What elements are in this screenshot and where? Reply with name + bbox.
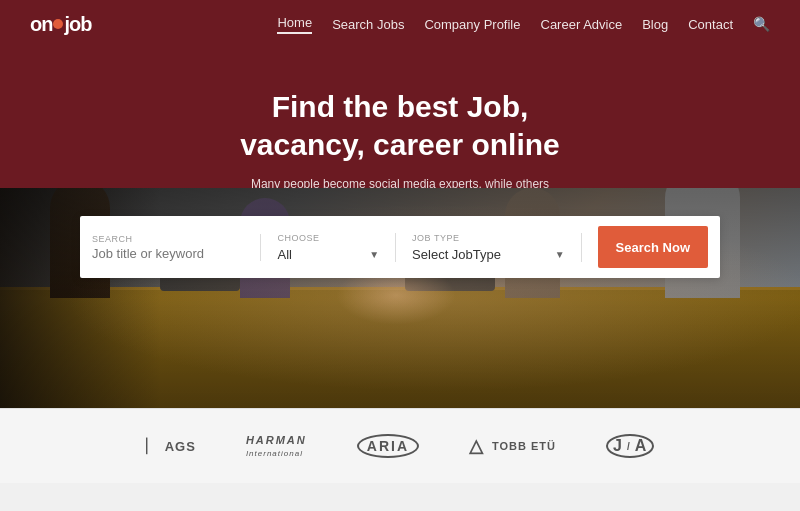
nav-career-advice[interactable]: Career Advice <box>541 17 623 32</box>
logo-dot <box>53 19 63 29</box>
nav-contact[interactable]: Contact <box>688 17 733 32</box>
search-icon[interactable]: 🔍 <box>753 16 770 32</box>
search-label: SEARCH <box>92 234 244 244</box>
main-nav: Home Search Jobs Company Profile Career … <box>277 15 770 34</box>
chevron-down-icon: ▼ <box>369 249 379 260</box>
logo-text-job: job <box>64 13 91 36</box>
search-input[interactable] <box>92 246 244 261</box>
hero-headline: Find the best Job, vacancy, career onlin… <box>20 88 780 163</box>
brand-ags: ⎸ AGS <box>146 437 196 455</box>
nav-blog[interactable]: Blog <box>642 17 668 32</box>
jobtype-select[interactable]: Select JobType ▼ <box>412 247 564 262</box>
header: on job Home Search Jobs Company Profile … <box>0 0 800 48</box>
brand-ja: J/A <box>606 434 654 458</box>
jobtype-label: JOB TYPE <box>412 233 564 243</box>
search-field: SEARCH <box>92 234 261 261</box>
search-bar-container: SEARCH CHOOSE All ▼ JOB TYPE Select JobT… <box>80 216 720 278</box>
jobtype-field: JOB TYPE Select JobType ▼ <box>412 233 581 262</box>
hero-section: Find the best Job, vacancy, career onlin… <box>0 48 800 248</box>
jobtype-value: Select JobType <box>412 247 501 262</box>
jobtype-chevron-icon: ▼ <box>555 249 565 260</box>
choose-select[interactable]: All ▼ <box>277 247 379 262</box>
ags-lines-icon: ⎸ <box>146 437 161 455</box>
brands-section: ⎸ AGS HARMANInternational ARIA △ TOBB ET… <box>0 408 800 483</box>
choose-field: CHOOSE All ▼ <box>277 233 396 262</box>
search-now-button[interactable]: Search Now <box>598 226 708 268</box>
nav-search-jobs[interactable]: Search Jobs <box>332 17 404 32</box>
logo-text-on: on <box>30 13 52 36</box>
search-bar: SEARCH CHOOSE All ▼ JOB TYPE Select JobT… <box>80 216 720 278</box>
brand-harman: HARMANInternational <box>246 434 307 458</box>
logo[interactable]: on job <box>30 13 91 36</box>
brand-aria: ARIA <box>357 434 419 458</box>
choose-value: All <box>277 247 291 262</box>
nav-company-profile[interactable]: Company Profile <box>424 17 520 32</box>
choose-label: CHOOSE <box>277 233 379 243</box>
nav-home[interactable]: Home <box>277 15 312 34</box>
tobb-icon: △ <box>469 435 484 457</box>
brand-tobb-etu: △ TOBB ETÜ <box>469 435 556 457</box>
